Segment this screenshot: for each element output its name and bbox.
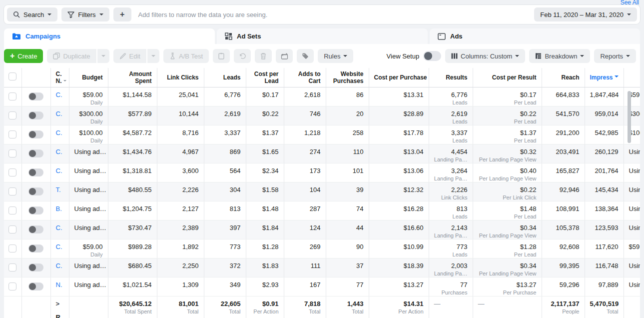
campaign-name-link[interactable]: C. (56, 243, 62, 250)
select-all-checkbox[interactable] (8, 72, 16, 80)
row-checkbox[interactable] (8, 264, 16, 272)
tab-ad-sets[interactable]: Ad Sets (217, 28, 428, 44)
campaign-active-toggle[interactable] (28, 264, 43, 272)
table-row: C.Using ad…$1,434.764,967869$1.65274110$… (4, 144, 640, 163)
col-header-impressions[interactable]: Impress (585, 68, 624, 87)
campaign-active-toggle[interactable] (28, 130, 43, 138)
cell-cpl: $1.37 (246, 125, 284, 144)
row-checkbox[interactable] (8, 92, 16, 100)
columns-dropdown[interactable]: Columns: Custom (445, 49, 525, 63)
totals-sub-label: Total (590, 308, 619, 315)
totals-toggle-cell (21, 296, 50, 318)
col-header-name[interactable]: C.N. (50, 68, 69, 87)
campaign-active-toggle[interactable] (28, 150, 43, 158)
campaign-name-link[interactable]: C. (56, 167, 62, 174)
filter-input[interactable]: Add filters to narrow the data you are s… (135, 11, 531, 18)
col-header-cpr[interactable]: Cost per Result (473, 68, 542, 87)
campaign-name-link[interactable]: T. (56, 186, 61, 194)
campaign-active-toggle[interactable] (28, 188, 43, 196)
row-checkbox[interactable] (8, 130, 16, 138)
col-header-atc[interactable]: Adds toCart (284, 68, 326, 87)
campaign-active-toggle[interactable] (28, 226, 43, 234)
campaign-active-toggle[interactable] (28, 282, 43, 290)
cell-leads: 304 (204, 182, 246, 201)
reports-dropdown[interactable]: Reports (594, 49, 636, 63)
col-header-budget2[interactable]: Budge (624, 68, 640, 87)
edit-button[interactable]: Edit (113, 49, 146, 63)
pin-button[interactable] (213, 49, 230, 63)
chevron-down-icon (627, 14, 631, 18)
cell-sub-label: Daily (74, 138, 103, 144)
cell-name: C. (50, 106, 69, 125)
duplicate-button[interactable]: Duplicate (47, 49, 96, 63)
campaign-active-toggle[interactable] (28, 112, 43, 120)
cell-name: C. (50, 258, 69, 277)
reports-label: Reports (600, 52, 623, 60)
cell-purchases: 258 (326, 125, 369, 144)
table-header-row: C.N. BudgetAmountSpentLink ClicksLeadsCo… (4, 68, 640, 87)
cell-impressions: 260,129 (585, 144, 624, 163)
row-checkbox[interactable] (8, 112, 16, 120)
cell-budget: Using ad… (69, 220, 108, 239)
campaign-name-link[interactable]: C. (56, 91, 62, 98)
campaign-active-toggle[interactable] (28, 92, 43, 100)
cell-budget2: Using (624, 201, 640, 220)
chevron-down-icon (343, 55, 347, 59)
vertical-scrollbar[interactable] (628, 91, 631, 143)
cell-budget2: Using (624, 220, 640, 239)
col-header-label: Amount (113, 70, 152, 78)
breakdown-dropdown[interactable]: Breakdown (529, 49, 590, 63)
ab-test-button[interactable]: A/B Test (163, 49, 209, 63)
duplicate-menu-button[interactable] (97, 49, 109, 63)
campaign-name-link[interactable]: C. (56, 110, 62, 118)
rules-dropdown[interactable]: Rules (318, 49, 353, 63)
date-range-picker[interactable]: Feb 11, 2020 – Mar 31, 2020 (534, 8, 637, 22)
cell-sub-label: Per Lead (478, 214, 537, 220)
cell-impressions: 123,593 (585, 220, 624, 239)
col-header-link_clicks[interactable]: Link Clicks (157, 68, 204, 87)
cell-impressions: 542,985 (585, 125, 624, 144)
view-setup-toggle[interactable] (423, 51, 441, 61)
tab-campaigns[interactable]: Campaigns (4, 28, 215, 44)
row-toggle-cell (21, 277, 50, 296)
campaign-name-link[interactable]: C. (56, 148, 62, 156)
add-filter-button[interactable]: + (113, 8, 131, 22)
cell-cpr: $0.34Per Landing Page View (473, 220, 542, 239)
campaign-active-toggle[interactable] (28, 168, 43, 176)
edit-menu-button[interactable] (147, 49, 159, 63)
revert-button[interactable] (234, 49, 251, 63)
campaign-active-toggle[interactable] (28, 206, 43, 214)
cell-cpp: $28.89 (369, 106, 429, 125)
create-button[interactable]: + Create (4, 49, 43, 63)
filters-dropdown[interactable]: Filters (61, 8, 109, 22)
col-header-budget[interactable]: Budget (69, 68, 108, 87)
search-dropdown[interactable]: Search (7, 8, 57, 22)
col-header-cpl[interactable]: Cost perLead (246, 68, 284, 87)
col-header-cpp[interactable]: Cost per Purchase (369, 68, 429, 87)
tag-button[interactable] (297, 49, 314, 63)
col-header-results[interactable]: Results (429, 68, 473, 87)
row-checkbox[interactable] (8, 206, 16, 214)
delete-button[interactable] (255, 49, 272, 63)
row-checkbox[interactable] (8, 188, 16, 196)
campaign-name-link[interactable]: N. (56, 281, 62, 288)
col-header-leads[interactable]: Leads (204, 68, 246, 87)
campaign-name-link[interactable]: B. (56, 205, 62, 212)
campaign-name-link[interactable]: C. (56, 129, 62, 136)
row-checkbox[interactable] (8, 244, 16, 252)
col-header-spent[interactable]: AmountSpent (108, 68, 157, 87)
row-checkbox[interactable] (8, 168, 16, 176)
expand-totals-chevron[interactable]: > (56, 300, 64, 308)
row-checkbox[interactable] (8, 226, 16, 234)
cell-impressions: 959,014 (585, 106, 624, 125)
col-header-purchases[interactable]: WebsitePurchases (326, 68, 369, 87)
tab-ads[interactable]: Ads (430, 28, 640, 44)
row-checkbox[interactable] (8, 150, 16, 158)
campaign-name-link[interactable]: C. (56, 224, 62, 232)
campaign-active-toggle[interactable] (28, 244, 43, 252)
edit-placement-button[interactable] (276, 49, 293, 63)
create-label: Create (17, 52, 37, 60)
campaign-name-link[interactable]: C. (56, 262, 62, 270)
row-checkbox[interactable] (8, 282, 16, 290)
col-header-reach[interactable]: Reach (542, 68, 585, 87)
